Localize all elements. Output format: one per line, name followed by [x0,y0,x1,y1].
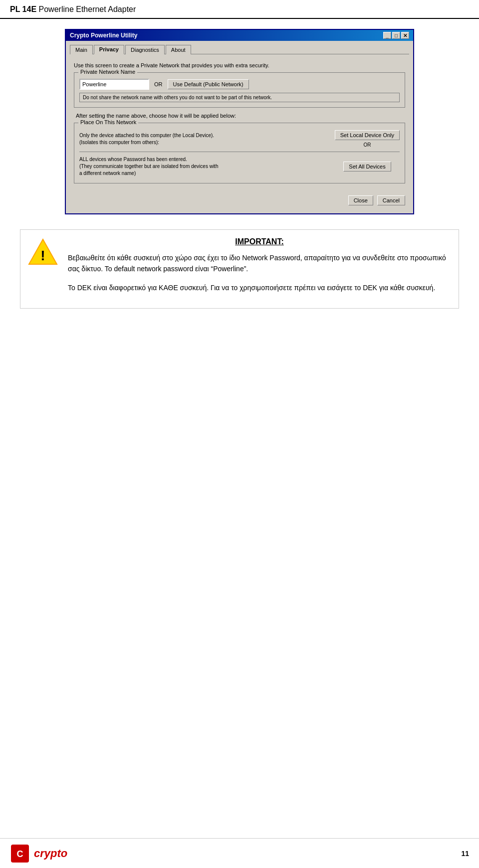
dialog-titlebar: Crypto Powerline Utility _ □ ✕ [66,30,413,41]
all-devices-description: ALL devices whose Password has been ente… [79,156,335,177]
important-paragraph-1: Βεβαιωθείτε ότι κάθε συσκευή στο χώρο σα… [68,252,451,275]
close-dialog-button[interactable]: Close [348,195,373,205]
important-paragraph-2: Το DEK είναι διαφορετικό για ΚΑΘΕ συσκευ… [68,282,451,293]
all-devices-right: Set All Devices [335,162,400,172]
crypto-logo-icon: C [10,844,30,864]
network-note: Do not share the network name with other… [79,93,400,102]
title-bold: PL 14E [10,5,36,13]
page-title: PL 14E Powerline Ethernet Adapter [10,5,136,13]
dialog-box: Crypto Powerline Utility _ □ ✕ Main Priv… [65,29,414,214]
tab-diagnostics[interactable]: Diagnostics [125,45,165,54]
minimize-button[interactable]: _ [383,32,391,39]
warning-icon-container: ! [28,237,58,269]
set-local-device-button[interactable]: Set Local Device Only [335,130,400,140]
warning-icon: ! [28,237,58,267]
local-device-right: Set Local Device Only OR [335,130,400,148]
svg-text:C: C [17,849,23,859]
svg-text:!: ! [40,248,45,263]
tab-bar: Main Privacy Diagnostics About [70,45,409,54]
all-devices-row: ALL devices whose Password has been ente… [79,156,400,177]
title-rest: Powerline Ethernet Adapter [36,5,136,13]
tab-privacy[interactable]: Privacy [94,45,124,54]
important-heading: IMPORTANT: [68,237,451,246]
dialog-body: Main Privacy Diagnostics About Use this … [66,41,413,213]
close-button-titlebar[interactable]: ✕ [401,32,409,39]
dialog-footer: Close Cancel [70,192,409,209]
tab-content: Use this screen to create a Private Netw… [70,58,409,192]
set-all-devices-button[interactable]: Set All Devices [343,162,391,172]
important-section: ! IMPORTANT: Βεβαιωθείτε ότι κάθε συσκευ… [20,229,459,309]
local-device-row: Only the device attached to this compute… [79,130,400,148]
titlebar-buttons: _ □ ✕ [383,32,409,39]
important-text-block: IMPORTANT: Βεβαιωθείτε ότι κάθε συσκευή … [68,237,451,301]
page-header: PL 14E Powerline Ethernet Adapter [0,0,479,19]
local-device-description: Only the device attached to this compute… [79,132,335,146]
place-network-title: Place On This Network [78,119,138,125]
tab-about[interactable]: About [166,45,191,54]
dialog-wrapper: Crypto Powerline Utility _ □ ✕ Main Priv… [0,29,479,214]
page-footer: C crypto 11 [0,838,479,868]
or-text-2: OR [363,142,371,148]
maximize-button[interactable]: □ [392,32,400,39]
cancel-dialog-button[interactable]: Cancel [377,195,405,205]
setting-note: After setting the name above, choose how… [76,113,403,119]
network-name-input[interactable] [79,79,149,90]
or-text-1: OR [154,81,163,87]
dialog-title: Crypto Powerline Utility [70,32,137,39]
page-number: 11 [461,850,469,858]
private-network-title: Private Network Name [78,69,137,75]
crypto-text: crypto [34,847,67,860]
network-name-row: OR Use Default (Public Network) [79,79,400,90]
info-text: Use this screen to create a Private Netw… [74,62,405,68]
footer-logo: C crypto [10,844,67,864]
private-network-group: Private Network Name OR Use Default (Pub… [74,72,405,108]
use-default-button[interactable]: Use Default (Public Network) [168,79,249,89]
separator [79,152,400,152]
place-network-group: Place On This Network Only the device at… [74,123,405,183]
tab-main[interactable]: Main [70,45,93,54]
